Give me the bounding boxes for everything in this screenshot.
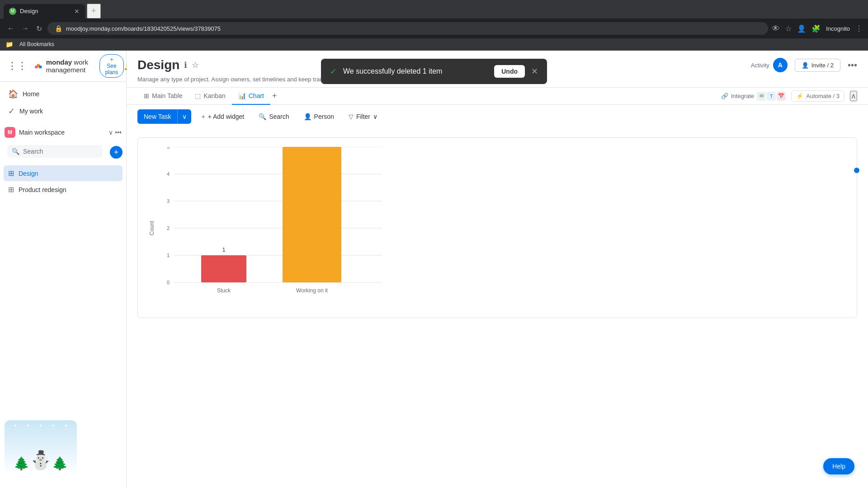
automate-button[interactable]: ⚡ Automate / 3 [791,90,844,102]
integrate-icon: 🔗 [721,93,728,99]
workspace-avatar: M [5,127,15,138]
toast-undo-button[interactable]: Undo [494,65,525,78]
svg-text:2: 2 [167,225,170,231]
sidebar-search-text: Search [23,148,43,155]
browser-tab[interactable]: M Design ✕ [4,4,85,19]
tab-chart[interactable]: 📊 Chart [232,88,270,105]
bar-stuck-value: 1 [222,247,226,253]
tab-close-icon[interactable]: ✕ [74,8,80,15]
info-icon[interactable]: ℹ [184,60,187,70]
my-work-icon: ✓ [8,106,15,116]
bar-working[interactable] [283,147,341,282]
snowman-area: 🌲 ⛄ 🌲 [0,416,126,479]
sidebar-search-row: 🔍 Search + [0,141,126,165]
main-table-tab-icon: ⊞ [144,92,149,99]
browser-actions: 👁 ☆ 👤 🧩 Incognito ⋮ [772,24,863,33]
filter-chevron-icon: ∨ [373,113,377,120]
add-tab-button[interactable]: + [272,91,277,101]
hide-icon[interactable]: 👁 [772,24,780,33]
page-more-button[interactable]: ••• [848,60,857,70]
add-widget-icon: + [201,113,205,120]
main-table-tab-label: Main Table [152,92,182,99]
person-button[interactable]: 👤 Person [299,110,339,123]
monday-logo-icon [34,59,42,73]
filter-button[interactable]: ▽ Filter ∨ [344,110,382,123]
reload-button[interactable]: ↻ [34,23,44,35]
bookmark-icon[interactable]: ☆ [785,24,792,33]
search-label: Search [269,113,289,120]
automate-icon: ⚡ [796,93,803,99]
teams-icon: T [767,92,776,101]
integrate-icons: ✉ T 📅 [757,92,786,101]
snow-dot [40,425,42,427]
svg-point-2 [39,66,42,69]
sidebar-item-product-redesign[interactable]: ⊞ Product redesign [4,182,123,197]
collapse-button[interactable]: ∧ [850,91,857,101]
profile-icon[interactable]: 👤 [797,24,806,33]
workspace-more-icon[interactable]: ••• [115,129,122,136]
app-logo: monday work management [34,58,92,74]
help-button[interactable]: Help [823,458,854,474]
invite-label: Invite / 2 [811,62,834,69]
new-task-dropdown-icon[interactable]: ∨ [177,109,191,124]
tabs-right: 🔗 Integrate ✉ T 📅 ⚡ Automate / 3 ∧ [721,90,857,102]
header-left: ⋮⋮ monday work management + See plans [7,54,124,78]
see-plans-button[interactable]: + See plans [99,54,124,78]
browser-controls: ← → ↻ 🔒 moodjoy.monday.com/boards/183042… [0,19,868,38]
chart-container: Count 0 1 2 3 4 [137,137,857,318]
workspace-chevron-icon[interactable]: ∨ [108,129,113,136]
chart-tab-icon: 📊 [238,92,246,99]
main-content: Design ℹ ☆ Activity A 👤 Invite / 2 ••• [127,51,868,488]
gmail-icon: ✉ [757,92,766,101]
add-widget-button[interactable]: + + Add widget [197,110,249,123]
tab-main-table[interactable]: ⊞ Main Table [137,88,189,105]
filter-icon: ▽ [349,113,354,120]
address-bar[interactable]: 🔒 moodjoy.monday.com/boards/1830420525/v… [47,22,768,35]
chart-tab-label: Chart [249,92,264,99]
snow-dot [65,425,67,427]
search-button[interactable]: 🔍 Search [254,110,293,123]
snow-dots [5,425,77,427]
sidebar-item-design[interactable]: ⊞ Design [4,165,123,181]
invite-button[interactable]: 👤 Invite / 2 [795,59,840,72]
add-widget-label: + Add widget [208,113,245,120]
page-title: Design [137,58,179,72]
my-work-label: My work [19,108,43,115]
tab-kanban[interactable]: ⬚ Kanban [189,88,231,105]
new-tab-button[interactable]: + [87,4,101,19]
bookmarks-bar: 📁 All Bookmarks [0,38,868,51]
extension-icon[interactable]: 🧩 [811,24,821,33]
snow-dot [14,425,16,427]
sidebar-item-home[interactable]: 🏠 Home [4,85,123,103]
snowman-icon: ⛄ [29,450,52,471]
integrate-label: Integrate [731,93,754,99]
forward-button[interactable]: → [20,23,31,34]
all-bookmarks-link[interactable]: All Bookmarks [17,40,57,48]
star-icon[interactable]: ☆ [192,60,199,70]
bar-chart-svg: Count 0 1 2 3 4 [147,147,400,305]
board-icon-design: ⊞ [8,169,14,178]
svg-text:5: 5 [167,147,170,150]
chart-resize-handle[interactable] [854,168,859,173]
menu-icon[interactable]: ⋮ [855,24,863,33]
integrate-button[interactable]: 🔗 Integrate ✉ T 📅 [721,92,786,101]
tree-icon-right: 🌲 [52,456,68,471]
invite-icon: 👤 [802,62,809,69]
tab-bar: M Design ✕ + [0,0,868,19]
waffle-menu-icon[interactable]: ⋮⋮ [7,60,27,72]
workspace-header[interactable]: M Main workspace ∨ ••• [0,123,126,141]
sidebar-item-my-work[interactable]: ✓ My work [4,103,123,120]
sidebar-add-button[interactable]: + [110,146,123,159]
toast-close-button[interactable]: ✕ [531,66,538,76]
bar-stuck[interactable] [201,255,246,282]
app: ⋮⋮ monday work management + See plans [0,51,868,488]
sidebar-search-bar[interactable]: 🔍 Search [7,145,103,158]
tab-favicon: M [9,8,16,15]
new-task-button[interactable]: New Task ∨ [137,109,191,124]
url-text: moodjoy.monday.com/boards/1830420525/vie… [66,25,221,32]
snowman-scene: 🌲 ⛄ 🌲 [5,420,77,474]
back-button[interactable]: ← [5,23,16,34]
bar-working-value: 5 [311,147,314,148]
toast-notification: ✓ We successfully deleted 1 item Undo ✕ [321,59,547,84]
home-icon: 🏠 [8,89,18,99]
